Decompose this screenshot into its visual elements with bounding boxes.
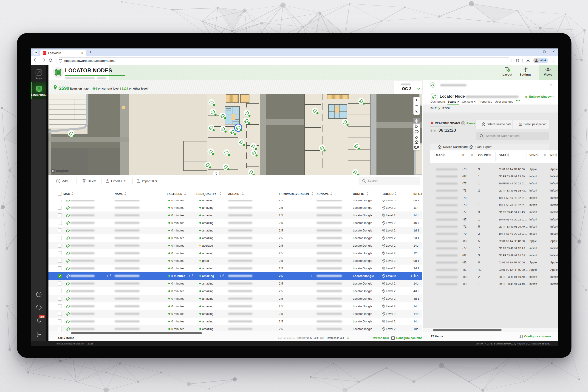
svg-text:?: ? bbox=[38, 293, 40, 296]
svg-text:m: m bbox=[52, 170, 54, 173]
svg-text:mapbox: mapbox bbox=[56, 169, 69, 173]
